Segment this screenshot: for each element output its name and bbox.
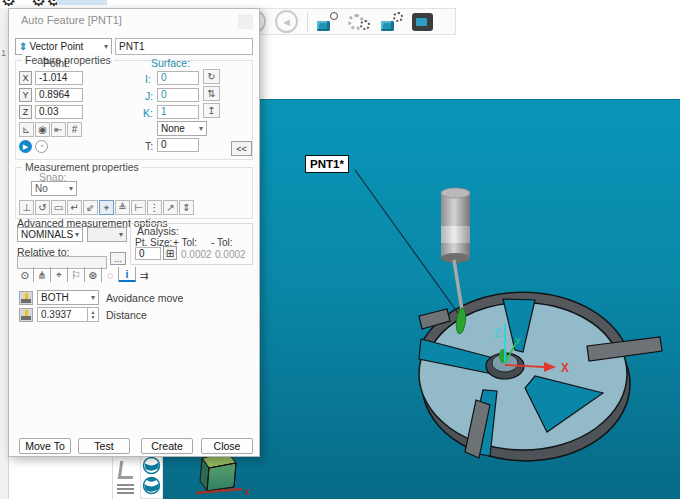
- options-tab[interactable]: i: [119, 267, 136, 282]
- point-mode-button[interactable]: ◉: [35, 122, 50, 137]
- browse-button[interactable]: ...: [110, 252, 126, 265]
- axis-z-label: Z: [494, 328, 500, 339]
- measurement-option-icon[interactable]: ⊥: [19, 200, 34, 215]
- surface-label: Surface:: [151, 57, 190, 69]
- partial-tab-highlight: [57, 0, 107, 5]
- feature-type-value: Vector Point: [29, 41, 83, 52]
- measurement-option-icon[interactable]: ▭: [51, 200, 66, 215]
- options-tab[interactable]: ◌: [102, 267, 119, 282]
- dialog-action-button[interactable]: Move To: [19, 438, 71, 454]
- surface-option-button[interactable]: ⇅: [203, 86, 220, 101]
- surface-option-buttons: ↻⇅↥: [203, 69, 220, 118]
- gears-icon[interactable]: [348, 12, 372, 32]
- j-value-input[interactable]: 0: [157, 88, 199, 102]
- feature-name-input[interactable]: PNT1: [115, 38, 253, 55]
- z-value-input[interactable]: 0.03: [35, 105, 83, 119]
- line-number: 1: [1, 48, 6, 58]
- sphere-tool-icon[interactable]: [142, 476, 161, 495]
- probe-toggle-icon[interactable]: [317, 12, 339, 32]
- options-tab[interactable]: ⊛: [85, 267, 102, 282]
- i-value-input[interactable]: 0: [157, 71, 199, 85]
- measurement-option-icon[interactable]: ⋮: [147, 200, 162, 215]
- collapse-button[interactable]: <<: [231, 141, 252, 156]
- distance-value: 0.3937: [41, 309, 72, 320]
- options-tab[interactable]: ⋔: [34, 267, 51, 282]
- normal-mode-value: None: [161, 123, 185, 134]
- minus-tol-value: 0.0002: [215, 249, 246, 260]
- minus-tol-label: - Tol:: [211, 237, 233, 248]
- cube-icon: [381, 21, 394, 31]
- distance-label: Distance: [106, 309, 147, 321]
- point-mode-buttons: ⊾◉⇤#: [19, 122, 82, 137]
- clock-button[interactable]: ◔: [35, 140, 48, 153]
- dialog-close-button[interactable]: [238, 14, 253, 29]
- dialog-action-button[interactable]: Create: [141, 438, 193, 454]
- y-axis-button[interactable]: Y: [19, 88, 32, 102]
- distance-spinner[interactable]: 0.3937 ▲▼: [37, 307, 99, 322]
- auto-feature-dialog: Auto Feature [PNT1] ⇕ Vector Point PNT1 …: [8, 8, 260, 457]
- point-mode-button[interactable]: #: [67, 122, 82, 137]
- measurement-option-icon[interactable]: ↗: [163, 200, 178, 215]
- avoidance-move-dropdown[interactable]: BOTH: [37, 290, 99, 305]
- sphere-tool-icon[interactable]: [142, 456, 161, 475]
- cad-settings-icon[interactable]: [381, 12, 403, 32]
- point-mode-button[interactable]: ⇤: [51, 122, 66, 137]
- options-tab-strip: ⊙⋔⌖⚐⊛◌i⇉: [17, 267, 153, 282]
- datum-l-icon[interactable]: [118, 461, 136, 479]
- point-mode-button[interactable]: ⊾: [19, 122, 34, 137]
- z-axis-button[interactable]: Z: [19, 105, 32, 119]
- dialog-action-button[interactable]: Close: [201, 438, 253, 454]
- feature-type-dropdown[interactable]: ⇕ Vector Point: [15, 38, 112, 55]
- measurement-option-icon[interactable]: ↺: [35, 200, 50, 215]
- k-value-input[interactable]: 1: [157, 105, 199, 119]
- small-gear-icon: [393, 12, 403, 22]
- snap-value: No: [35, 183, 48, 194]
- options-tab[interactable]: ⌖: [51, 267, 68, 282]
- pt-size-picker-button[interactable]: ⊞: [163, 246, 177, 260]
- pt-size-input[interactable]: 0: [135, 247, 161, 260]
- cube-face-icon: [416, 18, 427, 26]
- nominals-dropdown[interactable]: NOMINALS: [17, 227, 83, 242]
- analysis-label: Analysis:: [137, 225, 179, 237]
- play-button[interactable]: ▶: [19, 140, 32, 153]
- x-axis-button[interactable]: X: [19, 71, 32, 85]
- measurement-option-icon[interactable]: ⌖: [99, 200, 114, 215]
- measurement-icon-row: ⊥↺▭↵⇙⌖≜⊢⋮↗⇕: [19, 200, 194, 215]
- measurement-option-icon[interactable]: ⇙: [83, 200, 98, 215]
- spinner-arrows-icon[interactable]: ▲▼: [87, 308, 98, 321]
- t-label: T:: [145, 140, 153, 152]
- insert-disabled-icon[interactable]: ◂: [275, 10, 298, 33]
- dialog-title: Auto Feature [PNT1]: [21, 14, 122, 26]
- dialog-button-row: Move To Test Create Close: [9, 438, 259, 455]
- k-label: K:: [143, 107, 153, 119]
- avoidance-move-value: BOTH: [41, 292, 69, 303]
- y-value-input[interactable]: 0.8964: [35, 88, 83, 102]
- surface-option-button[interactable]: ↥: [203, 103, 220, 118]
- dialog-action-button[interactable]: Test: [78, 438, 130, 454]
- normal-mode-dropdown[interactable]: None: [157, 121, 207, 136]
- secondary-dropdown-disabled[interactable]: [87, 227, 127, 242]
- options-tab[interactable]: ⊙: [17, 267, 34, 282]
- measurement-option-icon[interactable]: ↵: [67, 200, 82, 215]
- snap-dropdown[interactable]: No: [31, 181, 77, 196]
- point-label[interactable]: PNT1*: [305, 155, 349, 173]
- avoidance-move-label: Avoidance move: [106, 292, 183, 304]
- measurement-option-icon[interactable]: ⇕: [179, 200, 194, 215]
- avoidance-move-icon: [19, 291, 33, 305]
- app-window: ⚙ ⚙⚙ 1 + ◂: [0, 0, 680, 499]
- options-tab[interactable]: ⚐: [68, 267, 85, 282]
- menu-lines-icon[interactable]: [117, 484, 134, 496]
- plus-tol-value: 0.0002: [181, 249, 212, 260]
- t-value-input[interactable]: 0: [157, 138, 199, 152]
- x-value-input[interactable]: -1.014: [35, 71, 83, 85]
- vector-point-icon: ⇕: [19, 41, 27, 52]
- measurement-option-icon[interactable]: ≜: [115, 200, 130, 215]
- top-toolbar: + ◂: [232, 8, 456, 35]
- options-tab[interactable]: ⇉: [136, 267, 153, 282]
- surface-option-button[interactable]: ↻: [203, 69, 220, 84]
- i-label: I:: [145, 73, 151, 85]
- toolbar-separator: [307, 12, 308, 32]
- axis-x-label: X: [561, 361, 569, 375]
- view-cube-toolbar-icon[interactable]: [412, 13, 433, 31]
- measurement-option-icon[interactable]: ⊢: [131, 200, 146, 215]
